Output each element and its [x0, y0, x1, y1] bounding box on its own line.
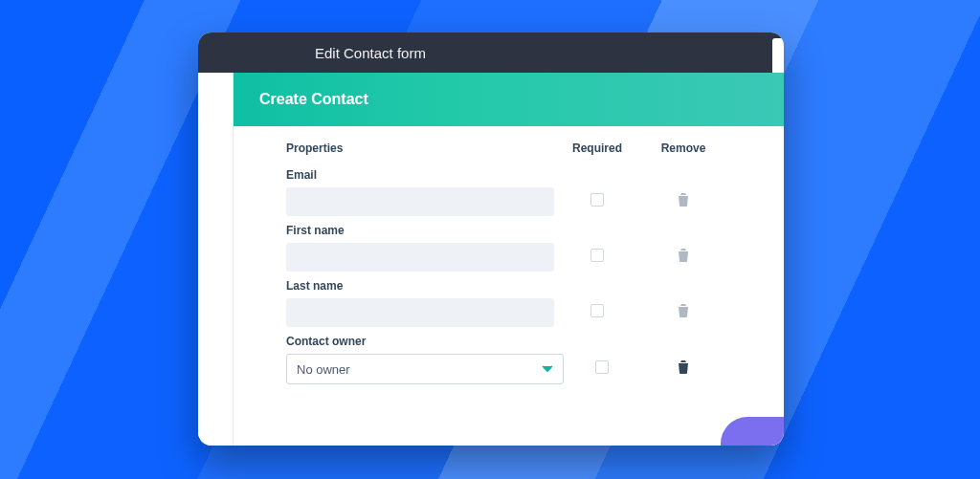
required-checkbox-first-name[interactable]: [590, 249, 604, 262]
property-label: Last name: [286, 279, 753, 293]
column-header-required: Required: [554, 142, 640, 155]
select-value: No owner: [297, 362, 350, 377]
property-row-email: Email: [286, 168, 753, 216]
required-checkbox-contact-owner[interactable]: [595, 360, 609, 374]
chevron-down-icon: [542, 365, 553, 373]
modal-body: Create Contact Properties Required Remov…: [233, 73, 784, 446]
last-name-field[interactable]: [286, 298, 554, 327]
trash-icon[interactable]: [678, 305, 689, 320]
modal-window: Edit Contact form Create Contact Propert…: [198, 33, 784, 446]
contact-owner-select[interactable]: No owner: [286, 354, 564, 384]
required-checkbox-last-name[interactable]: [590, 304, 604, 317]
title-bar: Edit Contact form: [198, 33, 784, 73]
property-label: Contact owner: [286, 335, 753, 348]
content-area: Properties Required Remove Email: [233, 126, 784, 384]
column-headers: Properties Required Remove: [286, 142, 753, 155]
first-name-field[interactable]: [286, 243, 554, 272]
trash-icon[interactable]: [678, 194, 689, 209]
property-row-first-name: First name: [286, 224, 753, 272]
property-row-last-name: Last name: [286, 279, 753, 327]
property-label: Email: [286, 168, 753, 182]
title-bar-text: Edit Contact form: [315, 45, 426, 61]
property-label: First name: [286, 224, 753, 237]
column-header-properties: Properties: [286, 142, 554, 155]
banner-title: Create Contact: [259, 91, 368, 108]
property-row-contact-owner: Contact owner No owner: [286, 335, 753, 384]
required-checkbox-email[interactable]: [590, 193, 604, 207]
banner: Create Contact: [233, 73, 784, 126]
email-field[interactable]: [286, 187, 554, 216]
trash-icon[interactable]: [678, 361, 689, 377]
trash-icon[interactable]: [678, 250, 689, 265]
column-header-remove: Remove: [640, 142, 726, 155]
